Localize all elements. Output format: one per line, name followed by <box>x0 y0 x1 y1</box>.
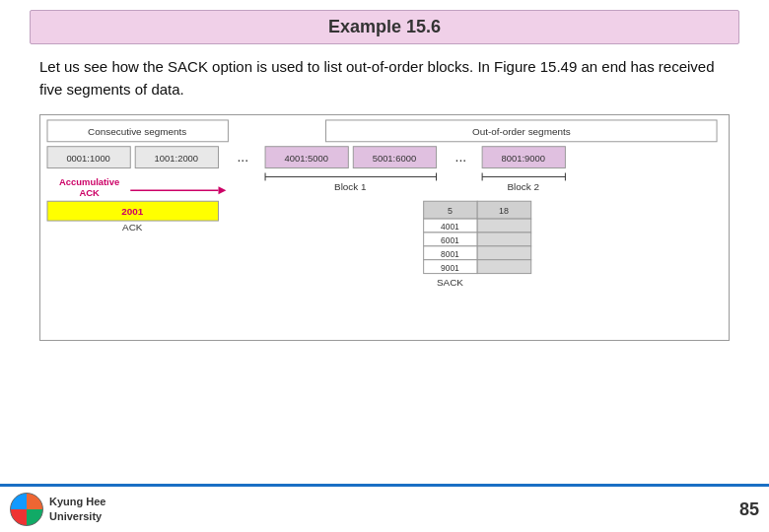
content-area: Let us see how the SACK option is used t… <box>0 52 769 480</box>
svg-rect-42 <box>477 246 531 260</box>
page-number: 85 <box>739 499 759 520</box>
svg-text:...: ... <box>237 149 248 165</box>
svg-text:18: 18 <box>499 206 509 216</box>
svg-text:1001:2000: 1001:2000 <box>155 153 198 164</box>
page-container: Example 15.6 Let us see how the SACK opt… <box>0 0 769 532</box>
svg-text:8001:9000: 8001:9000 <box>502 153 545 164</box>
svg-text:9001: 9001 <box>441 263 459 273</box>
university-name: Kyung Hee University <box>49 495 105 525</box>
footer-logo: Kyung Hee University <box>10 493 105 526</box>
svg-text:6001: 6001 <box>441 235 459 245</box>
svg-text:Out-of-order segments: Out-of-order segments <box>472 126 571 137</box>
svg-marker-27 <box>218 186 226 194</box>
intro-text: Let us see how the SACK option is used t… <box>39 56 730 100</box>
title: Example 15.6 <box>328 17 441 36</box>
svg-text:ACK: ACK <box>79 187 100 198</box>
footer: Kyung Hee University 85 <box>0 484 769 532</box>
svg-text:ACK: ACK <box>122 222 143 233</box>
title-bar: Example 15.6 <box>30 10 739 44</box>
svg-text:8001: 8001 <box>441 249 459 259</box>
svg-rect-45 <box>477 260 531 274</box>
svg-rect-36 <box>477 219 531 233</box>
svg-text:5: 5 <box>448 206 453 216</box>
svg-text:5001:6000: 5001:6000 <box>373 153 416 164</box>
university-logo <box>10 493 43 526</box>
diagram-svg: Consecutive segments Out-of-order segmen… <box>40 115 729 340</box>
svg-rect-39 <box>477 233 531 246</box>
svg-text:Block 1: Block 1 <box>334 181 367 192</box>
svg-text:Block 2: Block 2 <box>508 181 540 192</box>
svg-text:...: ... <box>455 149 467 165</box>
svg-text:2001: 2001 <box>121 206 144 217</box>
svg-text:Accumulative: Accumulative <box>59 176 119 187</box>
svg-text:SACK: SACK <box>437 277 463 288</box>
svg-text:4001:5000: 4001:5000 <box>284 153 327 164</box>
svg-text:4001: 4001 <box>441 222 459 232</box>
svg-text:0001:1000: 0001:1000 <box>66 153 109 164</box>
diagram-container: Consecutive segments Out-of-order segmen… <box>39 114 730 341</box>
svg-text:Consecutive segments: Consecutive segments <box>88 126 186 137</box>
